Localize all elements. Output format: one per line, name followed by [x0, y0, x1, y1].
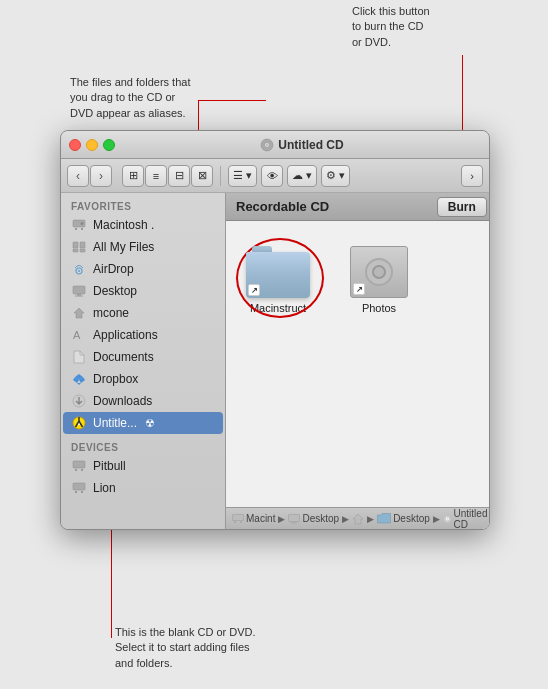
- svg-rect-7: [73, 242, 78, 248]
- sidebar-item-dropbox[interactable]: Dropbox: [63, 368, 223, 390]
- applications-label: Applications: [93, 328, 158, 342]
- svg-rect-13: [73, 286, 85, 294]
- recordable-cd-label: Recordable CD: [236, 199, 329, 214]
- lion-label: Lion: [93, 481, 116, 495]
- macinstruct-icon[interactable]: ↗ Macinstruct: [246, 246, 310, 314]
- svg-marker-20: [77, 383, 81, 385]
- svg-rect-30: [233, 514, 244, 520]
- desktop-label: Desktop: [93, 284, 137, 298]
- maximize-button[interactable]: [103, 139, 115, 151]
- svg-point-6: [81, 222, 84, 225]
- forward-button[interactable]: ›: [90, 165, 112, 187]
- toolbar-separator-1: [220, 166, 221, 186]
- svg-rect-4: [75, 228, 77, 230]
- pitbull-label: Pitbull: [93, 459, 126, 473]
- macinstruct-container: ↗ Macinstruct: [246, 246, 310, 314]
- svg-rect-24: [73, 461, 85, 468]
- home-status-icon: [352, 513, 364, 525]
- airdrop-icon: [71, 261, 87, 277]
- mcone-label: mcone: [93, 306, 129, 320]
- main-area: FAVORITES Macintosh .: [61, 193, 489, 529]
- desktop-icon: [71, 283, 87, 299]
- burn-button[interactable]: Burn: [437, 197, 487, 217]
- svg-point-2: [266, 144, 268, 146]
- column-view-button[interactable]: ⊟: [168, 165, 190, 187]
- svg-text:A: A: [73, 329, 81, 341]
- cd-icon: [260, 138, 274, 152]
- status-arrow-4: ▶: [433, 514, 440, 524]
- cd-sidebar-icon: [71, 415, 87, 431]
- back-button[interactable]: ‹: [67, 165, 89, 187]
- untitled-badge: ☢: [145, 417, 155, 430]
- svg-rect-29: [81, 491, 83, 493]
- svg-point-38: [446, 518, 447, 519]
- untitled-label: Untitle...: [93, 416, 137, 430]
- sidebar-item-untitled[interactable]: Untitle... ☢: [63, 412, 223, 434]
- camera-inner: [372, 265, 386, 279]
- content-area: Recordable CD Burn ↗ Macinstruct: [226, 193, 490, 529]
- sidebar-item-documents[interactable]: Documents: [63, 346, 223, 368]
- annotation-top-left: The files and folders that you drag to t…: [70, 75, 200, 121]
- arrange-button[interactable]: ☰ ▾: [228, 165, 257, 187]
- share-button[interactable]: ☁ ▾: [287, 165, 317, 187]
- all-my-files-label: All My Files: [93, 240, 154, 254]
- photos-icon[interactable]: ↗ Photos: [350, 246, 408, 314]
- alias-arrow: ↗: [248, 284, 260, 296]
- minimize-button[interactable]: [86, 139, 98, 151]
- sidebar-item-macintosh[interactable]: Macintosh .: [63, 214, 223, 236]
- chevron-right-button[interactable]: ›: [461, 165, 483, 187]
- finder-window: Untitled CD ‹ › ⊞ ≡ ⊟ ⊠ ☰ ▾ 👁 ☁ ▾ ⚙ ▾ › …: [60, 130, 490, 530]
- svg-rect-15: [75, 296, 83, 297]
- sidebar: FAVORITES Macintosh .: [61, 193, 226, 529]
- content-icons-area: ↗ Macinstruct ↗ Photos: [226, 221, 490, 507]
- svg-rect-9: [73, 249, 78, 252]
- hdd-status-icon: [232, 514, 244, 524]
- macintosh-label: Macintosh .: [93, 218, 154, 232]
- icon-view-button[interactable]: ⊞: [122, 165, 144, 187]
- close-button[interactable]: [69, 139, 81, 151]
- sidebar-item-lion[interactable]: Lion: [63, 477, 223, 499]
- svg-rect-26: [81, 469, 83, 471]
- airdrop-label: AirDrop: [93, 262, 134, 276]
- sidebar-item-pitbull[interactable]: Pitbull: [63, 455, 223, 477]
- sidebar-item-airdrop[interactable]: AirDrop: [63, 258, 223, 280]
- status-arrow-1: ▶: [278, 514, 285, 524]
- favorites-label: FAVORITES: [61, 193, 225, 214]
- eye-button[interactable]: 👁: [261, 165, 283, 187]
- svg-rect-28: [75, 491, 77, 493]
- svg-rect-5: [81, 228, 83, 230]
- coverflow-view-button[interactable]: ⊠: [191, 165, 213, 187]
- cd-status-icon: [443, 513, 452, 525]
- status-macint: Macint: [246, 513, 275, 524]
- sidebar-item-applications[interactable]: A Applications: [63, 324, 223, 346]
- devices-label: DEVICES: [61, 434, 225, 455]
- annotation-top-right: Click this button to burn the CD or DVD.: [352, 4, 462, 50]
- all-files-icon: [71, 239, 87, 255]
- svg-rect-31: [234, 521, 236, 523]
- svg-rect-35: [291, 522, 298, 523]
- downloads-icon: [71, 393, 87, 409]
- status-arrow-3: ▶: [367, 514, 374, 524]
- sidebar-item-mcone[interactable]: mcone: [63, 302, 223, 324]
- svg-rect-8: [80, 242, 85, 248]
- downloads-label: Downloads: [93, 394, 152, 408]
- applications-icon: A: [71, 327, 87, 343]
- window-title: Untitled CD: [123, 138, 481, 152]
- desktop-status-icon: [288, 514, 300, 524]
- sidebar-item-all-my-files[interactable]: All My Files: [63, 236, 223, 258]
- folder-status-icon: [377, 513, 391, 524]
- list-view-button[interactable]: ≡: [145, 165, 167, 187]
- sidebar-item-downloads[interactable]: Downloads: [63, 390, 223, 412]
- sidebar-item-desktop[interactable]: Desktop: [63, 280, 223, 302]
- view-buttons: ⊞ ≡ ⊟ ⊠: [122, 165, 213, 187]
- action-button[interactable]: ⚙ ▾: [321, 165, 350, 187]
- annotation-bottom: This is the blank CD or DVD. Select it t…: [115, 625, 275, 671]
- user-home-icon: [71, 305, 87, 321]
- svg-rect-33: [289, 514, 300, 521]
- annotation-line-bottom-v: [111, 522, 112, 638]
- svg-point-12: [78, 270, 80, 272]
- svg-rect-34: [292, 521, 296, 522]
- title-bar: Untitled CD: [61, 131, 489, 159]
- photos-alias-arrow: ↗: [353, 283, 365, 295]
- status-item-folder-icon: Desktop: [377, 513, 430, 524]
